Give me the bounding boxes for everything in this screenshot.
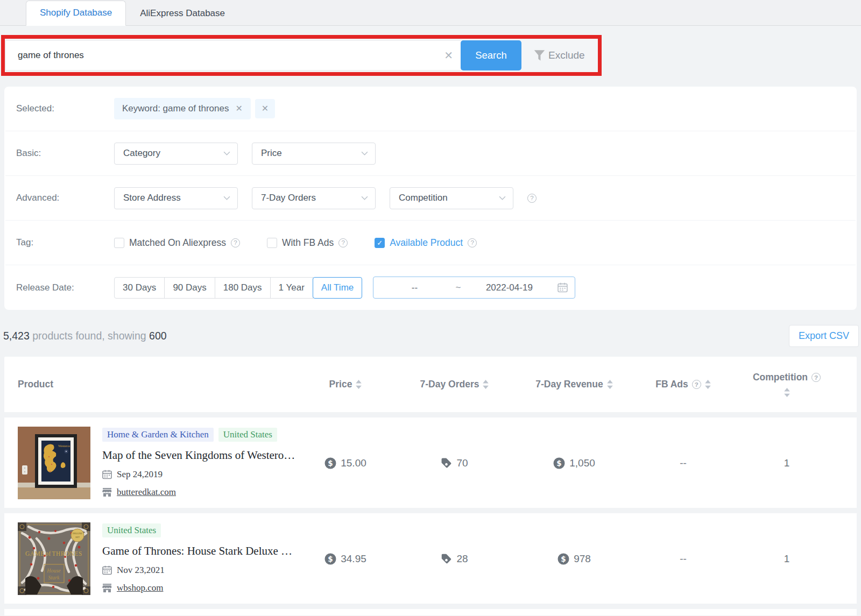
- product-info: United States Game of Thrones: House Sta…: [102, 522, 292, 595]
- country-tag: United States: [218, 428, 277, 442]
- category-dropdown[interactable]: Category: [114, 143, 238, 165]
- checkbox-icon: [114, 238, 124, 248]
- clear-all-chip[interactable]: [255, 99, 275, 118]
- seven-day-orders-dropdown-label: 7-Day Orders: [261, 193, 316, 203]
- filter-row-tag: Tag: Matched On Aliexpress With FB Ads A…: [5, 221, 856, 265]
- exclude-filter-button[interactable]: Exclude: [532, 48, 585, 62]
- calendar-icon[interactable]: [557, 282, 568, 293]
- product-date-row: Sep 24,2019: [102, 469, 295, 480]
- header-7-day-orders: 7-Day Orders: [394, 379, 515, 390]
- competition-header-help-icon[interactable]: [811, 373, 821, 382]
- chevron-down-icon: [223, 151, 230, 155]
- fb-ads-header-help-icon[interactable]: [692, 380, 701, 389]
- tab-shopify-database[interactable]: Shopify Database: [26, 1, 126, 26]
- chevron-down-icon: [499, 196, 506, 200]
- filter-panel: Selected: Keyword: game of thrones Basic…: [4, 87, 857, 310]
- competition-dropdown[interactable]: Competition: [390, 187, 513, 209]
- checkbox-available-product[interactable]: Available Product: [375, 237, 477, 249]
- checkbox-label: With FB Ads: [282, 237, 334, 249]
- search-button[interactable]: Search: [461, 40, 521, 70]
- selected-keyword-chip-label: Keyword: game of thrones: [122, 103, 229, 114]
- price-dropdown[interactable]: Price: [252, 143, 376, 165]
- export-csv-button[interactable]: Export CSV: [789, 325, 859, 347]
- chevron-down-icon: [223, 196, 230, 200]
- product-store-domain[interactable]: butteredkat.com: [117, 487, 176, 498]
- product-title[interactable]: Game of Thrones: House Stark Deluxe …: [102, 544, 292, 558]
- results-shown-count: 600: [149, 330, 167, 342]
- product-release-date: Sep 24,2019: [117, 469, 163, 480]
- fb-ads-text: --: [680, 553, 687, 565]
- annotation-highlight-box: Search Exclude: [1, 35, 602, 76]
- checkbox-label: Matched On Aliexpress: [129, 237, 226, 249]
- header-price-label: Price: [329, 379, 352, 390]
- checkbox-checked-icon: [375, 238, 385, 248]
- clear-search-icon[interactable]: [444, 50, 453, 61]
- checkbox-matched-on-aliexpress[interactable]: Matched On Aliexpress: [114, 237, 240, 249]
- orders-value: 28: [394, 553, 515, 565]
- revenue-text: 978: [574, 553, 591, 565]
- calendar-icon: [102, 565, 112, 575]
- results-summary: 5,423 products found, showing 600: [3, 330, 167, 342]
- sort-icon[interactable]: [356, 380, 362, 389]
- search-row: Search Exclude: [5, 39, 598, 72]
- advanced-label: Advanced:: [16, 193, 114, 203]
- sort-icon[interactable]: [705, 380, 711, 389]
- product-store-row: butteredkat.com: [102, 487, 295, 498]
- selected-keyword-chip[interactable]: Keyword: game of thrones: [114, 98, 251, 119]
- release-date-range-input[interactable]: -- ~ 2022-04-19: [373, 277, 575, 299]
- filter-row-release-date: Release Date: 30 Days 90 Days 180 Days 1…: [5, 265, 856, 310]
- release-30-days[interactable]: 30 Days: [114, 277, 165, 299]
- fb-ads-help-icon[interactable]: [338, 238, 348, 247]
- product-date-row: Nov 23,2021: [102, 565, 292, 576]
- fb-ads-value: --: [633, 553, 733, 565]
- product-image-house-stark-box[interactable]: DELUXE SET GAME of THRONES House Stark: [18, 522, 90, 595]
- product-image-westeros-map[interactable]: Westeros: [18, 427, 90, 499]
- product-row: DELUXE SET GAME of THRONES House Stark U…: [4, 513, 857, 604]
- product-title[interactable]: Map of the Seven Kingdoms of Westero…: [102, 449, 295, 462]
- results-count: 5,423: [3, 330, 30, 342]
- svg-text:Westeros: Westeros: [58, 444, 70, 448]
- product-tags: United States: [102, 523, 292, 537]
- search-input[interactable]: [6, 41, 461, 70]
- product-row: Westeros Home & Garden & Kitchen United …: [4, 417, 857, 508]
- price-dropdown-label: Price: [261, 148, 282, 159]
- sort-icon[interactable]: [784, 388, 790, 397]
- product-cell: Westeros Home & Garden & Kitchen United …: [4, 427, 297, 499]
- product-store-row: wbshop.com: [102, 583, 292, 593]
- revenue-text: 1,050: [569, 457, 595, 469]
- release-all-time[interactable]: All Time: [313, 277, 362, 299]
- sort-icon[interactable]: [607, 380, 613, 389]
- remove-keyword-icon[interactable]: [235, 104, 242, 113]
- product-store-domain[interactable]: wbshop.com: [117, 583, 163, 593]
- tab-aliexpress-database[interactable]: AliExpress Database: [126, 1, 239, 26]
- release-180-days[interactable]: 180 Days: [215, 277, 271, 299]
- seven-day-orders-dropdown[interactable]: 7-Day Orders: [252, 187, 376, 209]
- release-90-days[interactable]: 90 Days: [164, 277, 215, 299]
- checkbox-with-fb-ads[interactable]: With FB Ads: [267, 237, 348, 249]
- store-address-dropdown[interactable]: Store Address: [114, 187, 238, 209]
- svg-text:House: House: [46, 568, 61, 573]
- svg-text:$: $: [328, 554, 333, 563]
- header-revenue-label: 7-Day Revenue: [535, 379, 603, 390]
- orders-text: 28: [456, 553, 468, 565]
- product-cell: DELUXE SET GAME of THRONES House Stark U…: [4, 522, 297, 595]
- basic-label: Basic:: [16, 148, 114, 159]
- category-dropdown-label: Category: [123, 148, 160, 159]
- svg-text:Stark: Stark: [48, 575, 60, 580]
- release-1-year[interactable]: 1 Year: [270, 277, 313, 299]
- competition-dropdown-label: Competition: [399, 193, 448, 203]
- product-tags: Home & Garden & Kitchen United States: [102, 428, 295, 442]
- svg-text:SET: SET: [75, 536, 80, 539]
- available-product-help-icon[interactable]: [468, 238, 477, 247]
- price-value: $ 34.95: [297, 553, 394, 565]
- revenue-value: $ 1,050: [515, 457, 633, 469]
- sort-icon[interactable]: [483, 380, 489, 389]
- date-from-value: --: [373, 282, 455, 293]
- svg-text:$: $: [561, 554, 566, 563]
- release-date-label: Release Date:: [16, 282, 114, 293]
- svg-text:GAME of THRONES: GAME of THRONES: [25, 550, 82, 557]
- matched-help-icon[interactable]: [231, 238, 240, 247]
- advanced-help-icon[interactable]: [527, 194, 537, 203]
- dollar-icon: $: [324, 457, 336, 469]
- store-icon: [102, 488, 112, 497]
